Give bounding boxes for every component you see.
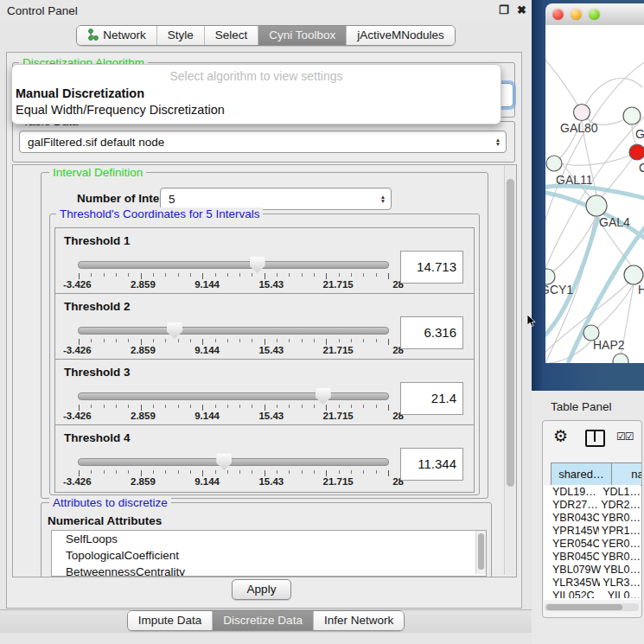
network-canvas[interactable]: GAL80GACGAL11GAL4GCY1HHAP2 xyxy=(545,25,644,363)
network-view-window: GAL80GACGAL11GAL4GCY1HHAP2 xyxy=(545,3,644,363)
threshold-row-1: Threshold 1 -3.4262.8599.14415.4321.7152… xyxy=(54,227,475,296)
slider-thumb[interactable] xyxy=(316,388,331,405)
slider-tick-labels: -3.4262.8599.14415.4321.71528 xyxy=(63,279,404,290)
tab-impute-data[interactable]: Impute Data xyxy=(128,611,213,630)
attributes-group-label: Attributes to discretize xyxy=(49,496,171,509)
slider-thumb[interactable] xyxy=(250,257,265,273)
network-node[interactable] xyxy=(586,195,607,216)
threshold-4-slider[interactable] xyxy=(78,458,389,466)
threshold-4-value-field[interactable]: 11.344 xyxy=(400,448,463,481)
select-columns-icon[interactable]: ☑☑ xyxy=(616,430,634,443)
panel-title: Control Panel xyxy=(7,4,78,17)
column-header-name[interactable]: na… xyxy=(611,462,642,486)
table-row[interactable]: YPR145WYPR1… xyxy=(544,525,641,538)
close-icon[interactable]: ✖ xyxy=(517,3,526,16)
numerical-attributes-label: Numerical Attributes xyxy=(48,514,162,527)
tab-label: Infer Network xyxy=(324,614,393,627)
threshold-1-slider[interactable] xyxy=(78,261,389,269)
horizontal-scrollbar[interactable] xyxy=(545,603,639,611)
tab-label: jActiveMNodules xyxy=(357,29,444,41)
tab-network[interactable]: Network xyxy=(77,26,156,45)
algorithm-option-manual[interactable]: Manual Discretization xyxy=(15,86,498,101)
control-panel-titlebar: Control Panel ❐ ✖ xyxy=(0,0,532,21)
list-item[interactable]: TopologicalCoefficient xyxy=(52,547,486,564)
columns-icon[interactable] xyxy=(585,430,605,447)
slider-tick-labels: -3.4262.8599.14415.4321.71528 xyxy=(63,411,404,421)
column-header-shared[interactable]: shared… xyxy=(551,462,612,486)
interval-definition-label: Interval Definition xyxy=(49,166,146,179)
settings-vertical-scrollbar[interactable] xyxy=(504,165,516,575)
slider-tick-labels: -3.4262.8599.14415.4321.71528 xyxy=(63,345,404,355)
tab-infer-network[interactable]: Infer Network xyxy=(313,611,404,630)
algorithm-hint-text: Select algorithm to view settings xyxy=(12,69,501,83)
slider-ticks-major xyxy=(79,470,389,476)
network-node[interactable] xyxy=(574,105,590,121)
gear-icon[interactable]: ⚙ xyxy=(553,426,568,446)
scrollbar-thumb[interactable] xyxy=(507,179,514,487)
tab-discretize-data[interactable]: Discretize Data xyxy=(212,611,313,630)
list-item[interactable]: SelfLoops xyxy=(52,531,486,547)
threshold-2-value-field[interactable]: 6.316 xyxy=(400,316,463,349)
threshold-3-slider[interactable] xyxy=(78,392,389,400)
scrollbar-thumb[interactable] xyxy=(478,533,484,570)
threshold-2-label: Threshold 2 xyxy=(64,300,131,313)
tab-select[interactable]: Select xyxy=(204,26,258,45)
network-node-label: C xyxy=(639,161,644,175)
settings-scroll-panel: Interval Definition Number of Intervals … xyxy=(12,164,517,577)
table-row[interactable]: YDL19…YDL1… xyxy=(544,486,641,499)
network-node[interactable] xyxy=(629,144,644,160)
float-window-icon[interactable]: ❐ xyxy=(499,3,509,16)
threshold-2-slider[interactable] xyxy=(78,327,389,335)
network-node[interactable] xyxy=(624,265,643,284)
network-node-label: H xyxy=(638,283,644,296)
table-row[interactable]: YBR045CYBR0… xyxy=(544,551,641,564)
tab-cyni-toolbox[interactable]: Cyni Toolbox xyxy=(258,26,346,45)
table-rows: YDL19…YDL1… YDR27…YDR2… YBR043CYBR0… YPR… xyxy=(544,486,641,598)
table-panel: Table Panel ⚙ ☑☑ shared… na… YDL19…YDL1…… xyxy=(532,391,644,644)
close-traffic-light[interactable] xyxy=(552,9,564,20)
network-window-titlebar[interactable] xyxy=(545,3,644,26)
slider-tick-labels: -3.4262.8599.14415.4321.71528 xyxy=(63,476,404,487)
app-root: Control Panel ❐ ✖ Network Style Select C… xyxy=(0,0,644,644)
top-tab-bar: Network Style Select Cyni Toolbox jActiv… xyxy=(0,25,532,46)
tab-label: Cyni Toolbox xyxy=(269,29,335,41)
minimize-traffic-light[interactable] xyxy=(571,9,582,20)
slider-thumb[interactable] xyxy=(167,322,182,339)
thresholds-group-label: Threshold's Coordinates for 5 Intervals xyxy=(56,207,263,220)
algorithm-option-equal-width[interactable]: Equal Width/Frequency Discretization xyxy=(15,102,498,118)
slider-thumb[interactable] xyxy=(216,454,232,470)
numerical-attributes-list[interactable]: SelfLoops TopologicalCoefficient Between… xyxy=(51,530,487,577)
threshold-3-value-field[interactable]: 21.4 xyxy=(400,382,463,415)
table-data-value: galFiltered.sif default node xyxy=(20,136,490,149)
table-row[interactable]: YER054CYER0… xyxy=(544,538,641,551)
tab-label: Style xyxy=(168,29,194,41)
combo-stepper-icon: ▲▼ xyxy=(490,137,506,147)
combo-stepper-icon: ▲▼ xyxy=(375,194,391,204)
tab-label: Discretize Data xyxy=(223,614,303,627)
network-node-label: GAL11 xyxy=(556,173,593,187)
network-node-label: GAL4 xyxy=(599,215,630,229)
attributes-scrollbar[interactable] xyxy=(475,531,486,574)
table-panel-title: Table Panel xyxy=(551,400,612,413)
scrollbar-thumb[interactable] xyxy=(546,604,622,610)
table-row[interactable]: YLR345WYLR3… xyxy=(544,577,641,590)
table-row[interactable]: YBR043CYBR0… xyxy=(544,512,641,525)
network-node[interactable] xyxy=(546,156,562,171)
network-node-label: GCY1 xyxy=(545,283,573,296)
network-node[interactable] xyxy=(613,354,628,363)
tab-label: Impute Data xyxy=(138,614,202,627)
bottom-tab-bar: Impute Data Discretize Data Infer Networ… xyxy=(0,610,532,631)
table-data-combobox[interactable]: galFiltered.sif default node ▲▼ xyxy=(19,131,507,153)
threshold-row-4: Threshold 4 -3.4262.8599.14415.4321.7152… xyxy=(54,424,475,493)
apply-button[interactable]: Apply xyxy=(232,579,291,600)
list-item[interactable]: BetweennessCentrality xyxy=(52,564,486,577)
threshold-3-label: Threshold 3 xyxy=(64,366,131,379)
network-node[interactable] xyxy=(623,107,641,124)
threshold-1-value-field[interactable]: 14.713 xyxy=(400,251,463,284)
table-row[interactable]: YBL079WYBL0… xyxy=(544,564,641,577)
zoom-traffic-light[interactable] xyxy=(589,9,600,20)
table-row[interactable]: YIL052CYIL0… xyxy=(544,590,641,598)
tab-jactivemnodules[interactable]: jActiveMNodules xyxy=(346,26,455,45)
table-row[interactable]: YDR27…YDR2… xyxy=(544,499,641,512)
tab-style[interactable]: Style xyxy=(156,26,204,45)
